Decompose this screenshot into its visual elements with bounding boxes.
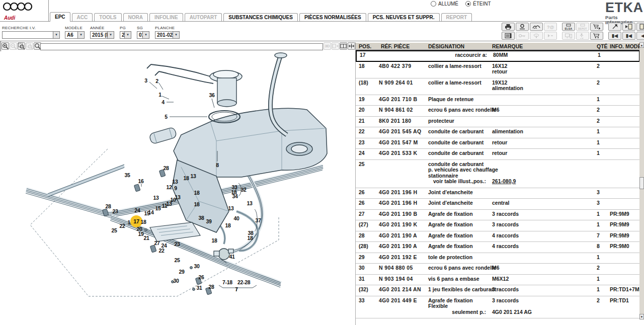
callout-18[interactable]: 18: [209, 237, 220, 243]
callout-15[interactable]: 15: [141, 210, 152, 216]
callout-2[interactable]: 2: [151, 78, 163, 84]
callout-7[interactable]: 7: [231, 286, 242, 292]
callout-23[interactable]: 23: [172, 241, 183, 247]
callout-18[interactable]: 18: [191, 190, 202, 196]
callout-18[interactable]: 18: [245, 235, 256, 241]
callout-28[interactable]: 28: [206, 284, 217, 290]
callout-4[interactable]: 4: [157, 99, 169, 105]
page-back-button[interactable]: [622, 23, 635, 31]
cart-transfer-button[interactable]: [590, 23, 603, 31]
elsa-button[interactable]: ELSA: [562, 23, 575, 31]
chevron-down-icon[interactable]: ▼: [77, 32, 84, 38]
callout-41[interactable]: 41: [226, 254, 237, 260]
illustration-link[interactable]: 261-080,9: [492, 179, 595, 185]
callout-5[interactable]: 5: [160, 114, 172, 120]
table-row-pos-31[interactable]: 31N 903 194 04vis 6 pans a embaseM6X121: [356, 275, 640, 286]
callout-23[interactable]: 23: [110, 208, 121, 214]
tab-infoline[interactable]: INFOLINE: [149, 13, 183, 22]
table-row-pos-22[interactable]: 224G0 201 545 AQconduite de carburantali…: [356, 127, 640, 138]
page-forward-button[interactable]: [636, 23, 644, 31]
callout-37[interactable]: 37: [253, 217, 264, 223]
nav-prev-button[interactable]: ◀: [636, 32, 644, 40]
tab-autopart[interactable]: AUTOPART: [185, 13, 222, 22]
callout-22[interactable]: 22: [156, 248, 167, 254]
callout-35[interactable]: 35: [122, 172, 133, 178]
cart-button[interactable]: [590, 32, 603, 40]
callout-13[interactable]: 13: [244, 200, 255, 206]
table-row-pos-26[interactable]: 264G0 201 196 HJoint d'etancheite3: [356, 188, 640, 199]
callout-40[interactable]: 40: [231, 215, 242, 221]
callout-36[interactable]: 36: [206, 92, 217, 98]
print-button[interactable]: [502, 23, 515, 31]
search-input[interactable]: ▼: [2, 31, 60, 39]
callout-28[interactable]: 28: [160, 165, 172, 171]
callout-32[interactable]: 32: [238, 187, 249, 193]
callout-29[interactable]: 29: [176, 269, 187, 275]
callout-8[interactable]: 8: [212, 162, 223, 168]
preview-button[interactable]: [516, 23, 529, 31]
tab-epc[interactable]: EPC: [50, 12, 70, 22]
table-row-pos-29[interactable]: 294G0 201 192 Etole de protection1: [356, 253, 640, 264]
tab-acc[interactable]: ACC: [72, 13, 93, 22]
scroll-down-icon[interactable]: ▼: [639, 314, 644, 319]
chevron-down-icon[interactable]: ▼: [124, 32, 131, 38]
callout-22-28[interactable]: 22-28: [237, 279, 249, 285]
callout-21[interactable]: 21: [141, 235, 152, 241]
radio-allum[interactable]: ALLUMÉ: [431, 1, 458, 7]
chevron-down-icon[interactable]: ▼: [142, 32, 149, 38]
callout-25[interactable]: 25: [109, 227, 120, 233]
table-row-pos-32[interactable]: (32)4G0 201 214 AN1 jeu flexibles de car…: [356, 285, 640, 296]
table-row-pos-28[interactable]: (28)4G0 201 190 AAgrafe de fixation4 rac…: [356, 242, 640, 253]
table-row-pos-18[interactable]: 184B0 422 379collier a lame-ressort16X12…: [356, 62, 640, 78]
table-scrollbar[interactable]: ▲ ▼: [639, 42, 644, 319]
table-row-pos-26[interactable]: 264G0 201 196 HJoint d'etancheitecentral…: [356, 199, 640, 210]
pin-button[interactable]: [608, 23, 621, 31]
callout-13[interactable]: 13: [150, 195, 162, 201]
tab-report[interactable]: REPORT: [441, 13, 472, 22]
field-select[interactable]: 201-023▼: [155, 31, 180, 39]
table-row-pos-21[interactable]: 218K0 201 180protecteur2: [356, 117, 640, 128]
table-row-pos-27[interactable]: (27)4G0 201 190 KAgrafe de fixation3 rac…: [356, 220, 640, 231]
callout-18[interactable]: 18: [222, 222, 233, 228]
table-row-pos-17[interactable]: 17raccourcir a:80MM1: [356, 50, 640, 62]
nav-prev-section-button[interactable]: ▮◀: [622, 32, 635, 40]
callout-18[interactable]: 18: [191, 201, 202, 207]
table-row-pos-28[interactable]: 284G0 201 190 AAgrafe de fixation4 racco…: [356, 231, 640, 242]
nav-first-button[interactable]: ▮◀: [608, 32, 621, 40]
tab-tools[interactable]: TOOLS: [94, 13, 121, 22]
field-select[interactable]: A6▼: [65, 31, 85, 39]
callout-13[interactable]: 13: [225, 205, 236, 211]
callout-30[interactable]: 30: [171, 278, 182, 284]
table-row-pos-33[interactable]: 334G0 201 449 EAgrafe de fixationFlexibl…: [356, 296, 640, 319]
table-row-pos-30[interactable]: 30N 904 880 05ecrou 6 pans avec rondelle…: [356, 264, 640, 275]
callout-1[interactable]: 1: [154, 92, 166, 98]
list-button[interactable]: [502, 32, 515, 40]
callout-18[interactable]: 18: [138, 219, 149, 225]
callout-7-18[interactable]: 7-18: [222, 279, 233, 285]
callout-9[interactable]: 9: [170, 185, 181, 191]
field-select[interactable]: 2015 (F)▼: [90, 31, 114, 39]
chevron-down-icon[interactable]: ▼: [173, 32, 179, 38]
callout-13[interactable]: 13: [188, 173, 199, 179]
radio-teint[interactable]: ÉTEINT: [465, 1, 491, 7]
tab-nora[interactable]: NORA: [123, 13, 148, 22]
scroll-up-icon[interactable]: ▲: [639, 42, 644, 48]
table-row-pos-24[interactable]: 244G0 201 533 Kconduite de carburantreto…: [356, 149, 640, 160]
callout-34[interactable]: 34: [229, 193, 240, 199]
tab-substances-chimiques[interactable]: SUBSTANCES CHIMIQUES: [223, 13, 298, 22]
table-row-pos-27[interactable]: 274G0 201 190 BAgrafe de fixation3 racco…: [356, 210, 640, 221]
chevron-down-icon[interactable]: ▼: [53, 32, 59, 38]
callout-26[interactable]: 26: [196, 274, 207, 280]
table-row-pos-20[interactable]: 20N 904 861 02ecrou 6 pans avec rondelle…: [356, 106, 640, 117]
field-select[interactable]: 01▼: [137, 31, 149, 39]
tab-pi-ces-normalis-es[interactable]: PIÈCES NORMALISÉES: [299, 13, 366, 22]
callout-39[interactable]: 39: [203, 218, 214, 224]
field-select[interactable]: 2▼: [120, 31, 131, 39]
table-row-pos-19[interactable]: 194G0 201 710 BPlaque de retenue1: [356, 95, 640, 106]
scrollbar-thumb[interactable]: [639, 177, 644, 189]
table-row-pos-23[interactable]: 234G0 201 547 Mconduite de carburantreto…: [356, 138, 640, 149]
table-row-pos-18[interactable]: (18)N 909 264 01collier a lame-ressort19…: [356, 78, 640, 95]
tab-pcs-neuves-et-suppr[interactable]: PCS. NEUVES ET SUPPR.: [368, 13, 440, 22]
callout-31[interactable]: 31: [194, 285, 205, 291]
callout-3[interactable]: 3: [140, 77, 151, 84]
